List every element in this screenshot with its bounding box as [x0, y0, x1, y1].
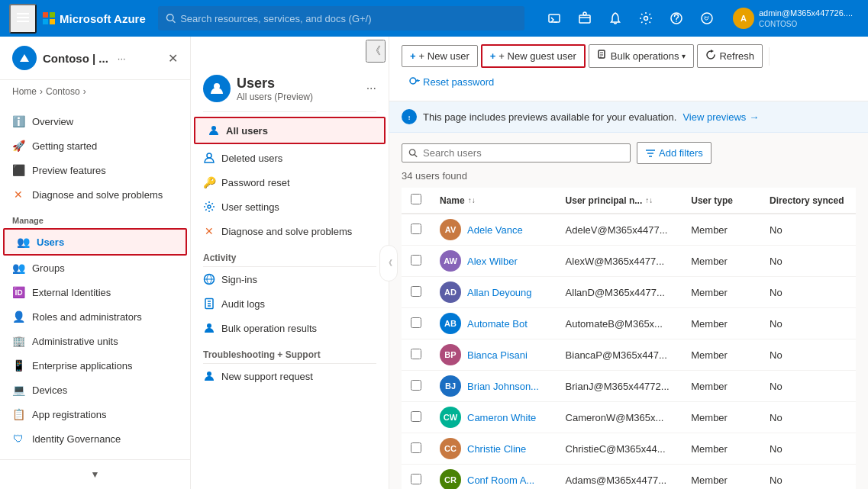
search-users-input[interactable]: [423, 147, 624, 159]
sidebar-item-diagnose[interactable]: ✕ Diagnose and solve problems: [0, 182, 190, 207]
directory-icon[interactable]: [571, 5, 599, 32]
settings-icon[interactable]: [632, 5, 660, 32]
row-checkbox-0[interactable]: [411, 224, 421, 234]
nav-item-sign-ins[interactable]: Sign-ins: [191, 267, 389, 291]
row-checkbox-4[interactable]: [411, 349, 421, 359]
diagnose-icon: ✕: [12, 188, 24, 201]
breadcrumb-contoso[interactable]: Contoso: [46, 86, 80, 97]
row-checkbox-6[interactable]: [411, 411, 421, 422]
global-search-bar[interactable]: [158, 6, 524, 31]
arrow-right-icon: →: [749, 111, 759, 123]
reset-password-button[interactable]: Reset password: [402, 71, 502, 93]
row-checkbox-5[interactable]: [411, 380, 421, 391]
user-type: Member: [682, 433, 760, 465]
page-subtitle: All users (Preview): [237, 92, 313, 102]
cloud-shell-icon[interactable]: [540, 5, 568, 32]
info-banner-text: This page includes previews available fo…: [423, 111, 676, 123]
sidebar-item-external-identities[interactable]: 🆔 External Identities: [0, 280, 190, 304]
sidebar-item-devices[interactable]: 💻 Devices: [0, 378, 190, 402]
nav-item-audit-logs[interactable]: Audit logs: [191, 291, 389, 316]
user-synced: No: [760, 277, 856, 308]
sidebar-nav: ℹ️ Overview 🚀 Getting started ⬛ Preview …: [0, 103, 190, 459]
user-name-link[interactable]: Cameron White: [467, 412, 536, 423]
sidebar-item-identity-governance[interactable]: 🛡 Identity Governance: [0, 426, 190, 451]
nav-item-all-users[interactable]: All users: [194, 117, 386, 144]
svg-point-27: [410, 78, 416, 84]
row-checkbox-8[interactable]: [411, 474, 421, 484]
nav-item-password-reset[interactable]: 🔑 Password reset: [191, 170, 389, 195]
users-icon: 👥: [17, 236, 29, 248]
nav-item-user-settings[interactable]: User settings: [191, 195, 389, 219]
sidebar-item-groups[interactable]: 👥 Groups: [0, 256, 190, 280]
row-checkbox-7[interactable]: [411, 442, 421, 453]
sidebar-close-button[interactable]: ✕: [168, 51, 178, 66]
user-name-link[interactable]: Christie Cline: [467, 443, 526, 455]
global-search-input[interactable]: [180, 13, 517, 24]
users-table: Name ↑↓ User principal n... ↑↓ User type: [402, 188, 856, 489]
sidebar-item-preview-features[interactable]: ⬛ Preview features: [0, 158, 190, 182]
view-previews-link[interactable]: View previews →: [682, 111, 759, 123]
user-name-link[interactable]: Allan Deyoung: [467, 287, 532, 298]
nav-item-bulk-op-results[interactable]: Bulk operation results: [191, 316, 389, 340]
refresh-button[interactable]: Refresh: [697, 44, 763, 68]
user-type: Member: [682, 277, 760, 308]
breadcrumb-home[interactable]: Home: [12, 86, 37, 97]
sidebar-scroll-indicator[interactable]: ▼: [0, 466, 190, 483]
hamburger-button[interactable]: [9, 4, 37, 34]
sort-upn-icon[interactable]: ↑↓: [645, 196, 653, 204]
add-filters-button[interactable]: Add filters: [637, 142, 712, 164]
search-filter-row: Add filters: [402, 142, 856, 164]
search-users-input-wrap[interactable]: [402, 143, 631, 162]
sort-name-icon[interactable]: ↑↓: [468, 196, 476, 204]
nav-item-new-support[interactable]: New support request: [191, 364, 389, 388]
main-content: + + New user + + New guest user Bulk ope…: [389, 37, 868, 489]
user-name-link[interactable]: Conf Room A...: [467, 475, 534, 486]
svg-rect-7: [579, 15, 590, 23]
user-synced: No: [760, 308, 856, 339]
page-icon: [203, 75, 231, 102]
new-user-button[interactable]: + + New user: [402, 45, 478, 67]
row-checkbox-1[interactable]: [411, 255, 421, 265]
collapse-left-panel-button[interactable]: 《: [366, 40, 386, 63]
users-table-body: AV Adele Vance AdeleV@M365x4477... Membe…: [402, 214, 856, 489]
user-settings-icon: [203, 201, 215, 213]
select-all-checkbox[interactable]: [411, 194, 421, 204]
user-avatar-sm: CW: [440, 407, 461, 428]
sidebar-label-enterprise-apps: Enterprise applications: [32, 360, 133, 372]
collapse-middle-panel-button[interactable]: 《: [379, 245, 398, 281]
user-name-link[interactable]: Adele Vance: [467, 224, 523, 236]
user-type: Member: [682, 246, 760, 277]
sidebar-title: Contoso | ...: [43, 52, 108, 65]
bulk-operations-button[interactable]: Bulk operations ▾: [589, 44, 695, 68]
refresh-icon: [705, 50, 716, 63]
row-checkbox-3[interactable]: [411, 317, 421, 328]
sidebar-item-users[interactable]: 👥 Users: [3, 228, 187, 256]
deleted-users-icon: [203, 152, 215, 164]
page-ellipsis[interactable]: ···: [366, 82, 376, 95]
row-checkbox-2[interactable]: [411, 286, 421, 297]
user-name-link[interactable]: Bianca Pisani: [467, 349, 528, 361]
feedback-icon[interactable]: [693, 5, 721, 32]
devices-icon: 💻: [12, 384, 24, 396]
sidebar-item-enterprise-apps[interactable]: 📱 Enterprise applications: [0, 353, 190, 378]
col-type-label: User type: [691, 195, 733, 206]
sidebar-item-roles[interactable]: 👤 Roles and administrators: [0, 304, 190, 329]
sidebar-item-app-registrations[interactable]: 📋 App registrations: [0, 402, 190, 426]
help-icon[interactable]: [663, 5, 690, 32]
user-account-button[interactable]: A admin@M365x447726.... CONTOSO: [727, 5, 859, 32]
sidebar-item-overview[interactable]: ℹ️ Overview: [0, 109, 190, 134]
new-guest-user-button[interactable]: + + New guest user: [481, 44, 586, 68]
notifications-icon[interactable]: [602, 5, 629, 32]
all-users-icon: [208, 124, 220, 137]
table-row: AB Automate Bot AutomateB@M365x... Membe…: [402, 308, 856, 339]
nav-item-diagnose-solve[interactable]: ✕ Diagnose and solve problems: [191, 219, 389, 243]
sidebar-ellipsis-button[interactable]: ···: [118, 53, 126, 64]
nav-item-deleted-users[interactable]: Deleted users: [191, 146, 389, 170]
user-name-link[interactable]: Automate Bot: [467, 318, 528, 330]
user-name-link[interactable]: Brian Johnson...: [467, 381, 539, 392]
user-name-link[interactable]: Alex Wilber: [467, 256, 518, 267]
nav-label-diagnose-solve: Diagnose and solve problems: [221, 226, 352, 237]
sidebar-item-admin-units[interactable]: 🏢 Administrative units: [0, 329, 190, 353]
view-previews-label: View previews: [682, 111, 746, 123]
sidebar-item-getting-started[interactable]: 🚀 Getting started: [0, 134, 190, 158]
